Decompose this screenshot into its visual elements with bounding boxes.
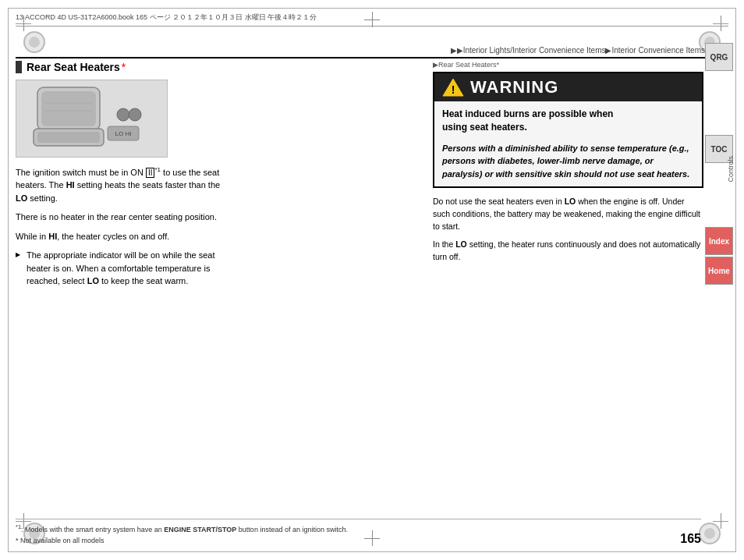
crosshair-top-center [364, 12, 380, 27]
page-number: 165 [680, 532, 701, 546]
warning-note1: Do not use the seat heaters even in LO w… [433, 196, 703, 232]
circle-bottom-right [699, 523, 721, 544]
svg-rect-1 [41, 91, 96, 126]
tab-index[interactable]: Index [705, 227, 733, 255]
para3: While in HI, the heater cycles on and of… [16, 230, 230, 243]
crosshair-top-left [16, 16, 31, 31]
warning-secondary-text: Persons with a diminished ability to sen… [442, 142, 694, 181]
svg-text:!: ! [452, 83, 455, 96]
section-title-asterisk: * [122, 61, 126, 73]
section-title-text: Rear Seat Heaters [27, 61, 120, 73]
bullet1: The appropriate indicator will be on whi… [16, 249, 230, 288]
footer: *1: Models with the smart entry system h… [16, 519, 701, 546]
svg-rect-3 [37, 132, 100, 143]
warning-note2: In the LO setting, the heater runs conti… [433, 239, 703, 264]
section-title-row: Rear Seat Heaters * [16, 61, 230, 73]
warning-title-text: WARNING [470, 77, 558, 97]
title-bar-decoration [16, 61, 22, 73]
para1: The ignition switch must be in ON II*1 t… [16, 165, 230, 204]
main-content: Rear Seat Heaters * LO HI [12, 61, 703, 517]
warning-header: ! WARNING [434, 73, 702, 101]
controls-label: Controls [727, 156, 735, 183]
right-sidebar: QRG TOC Index Home [705, 43, 736, 511]
seat-image: LO HI [16, 80, 168, 158]
svg-point-5 [129, 108, 141, 121]
breadcrumb: ▶▶Interior Lights/Interior Convenience I… [16, 43, 705, 58]
crosshair-top-right [713, 16, 728, 31]
warning-content: Heat induced burns are possible when usi… [434, 101, 702, 186]
warning-main-text: Heat induced burns are possible when usi… [442, 108, 694, 134]
svg-point-4 [117, 108, 129, 121]
tab-home[interactable]: Home [705, 257, 733, 285]
warning-area: ▶Rear Seat Heaters* ! WARNING Heat induc… [433, 61, 703, 270]
sub-label-text: ▶Rear Seat Heaters* [433, 61, 499, 69]
svg-text:LO HI: LO HI [115, 130, 131, 137]
tab-qrg[interactable]: QRG [705, 43, 733, 71]
footer-note2: * Not available on all models [16, 536, 701, 547]
footer-note1: *1: Models with the smart entry system h… [16, 523, 701, 536]
warning-triangle-icon: ! [442, 78, 464, 97]
para2: There is no heater in the rear center se… [16, 211, 230, 224]
breadcrumb-text: ▶▶Interior Lights/Interior Convenience I… [451, 46, 705, 55]
warning-box: ! WARNING Heat induced burns are possibl… [433, 72, 703, 188]
left-column: Rear Seat Heaters * LO HI [16, 61, 230, 291]
sub-label: ▶Rear Seat Heaters* [433, 61, 703, 69]
